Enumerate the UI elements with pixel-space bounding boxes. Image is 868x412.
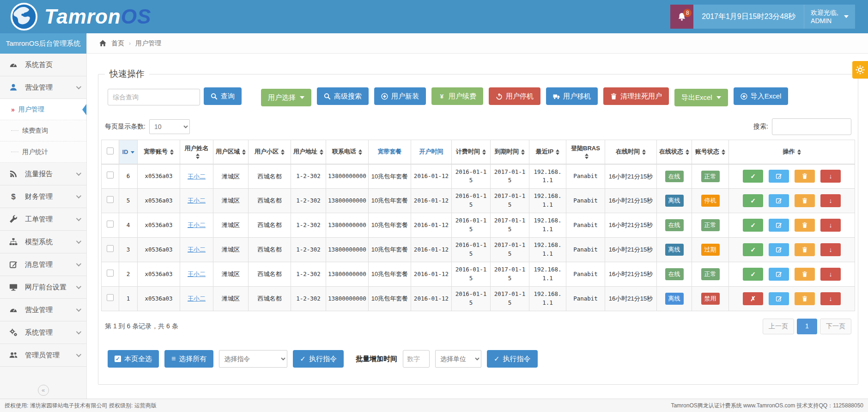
row-checkbox[interactable] xyxy=(107,245,114,252)
column-header-4[interactable]: 用户小区 xyxy=(249,140,291,164)
row-checkbox[interactable] xyxy=(107,270,114,277)
select-all-button[interactable]: ≡ 选择所有 xyxy=(164,350,213,368)
delete-button[interactable] xyxy=(795,170,815,183)
user-name-link[interactable]: 王小二 xyxy=(188,246,206,253)
delete-button[interactable] xyxy=(795,292,815,305)
sidebar-item-3[interactable]: $财务管理 xyxy=(0,185,86,208)
quickop-button-5[interactable]: 用户停机 xyxy=(489,87,540,105)
user-name-link[interactable]: 王小二 xyxy=(188,295,206,302)
sidebar-item-4[interactable]: 工单管理 xyxy=(0,208,86,231)
quickop-button-9[interactable]: 导入Excel xyxy=(734,87,789,105)
app-logo[interactable]: TamronOS xyxy=(10,2,151,31)
sidebar-subitem-1-2[interactable]: 用户统计 xyxy=(0,141,86,163)
column-header-7[interactable]: 宽带套餐 xyxy=(369,140,411,164)
delete-button[interactable] xyxy=(795,219,815,232)
unit-select[interactable]: 选择单位 xyxy=(435,350,481,368)
edit-button[interactable] xyxy=(769,170,789,183)
column-header-9[interactable]: 计费时间 xyxy=(452,140,491,164)
row-checkbox[interactable] xyxy=(107,196,114,203)
column-header-13[interactable]: 在线时间 xyxy=(605,140,657,164)
edit-button[interactable] xyxy=(769,243,789,256)
edit-button[interactable] xyxy=(769,219,789,232)
edit-button[interactable] xyxy=(769,292,789,305)
sidebar-item-7[interactable]: 网厅前台设置 xyxy=(0,276,86,299)
sidebar-item-2[interactable]: 流量报告 xyxy=(0,163,86,185)
row-checkbox[interactable] xyxy=(107,294,114,301)
breadcrumb-home[interactable]: 首页 xyxy=(111,39,124,48)
enable-button[interactable]: ✓ xyxy=(743,170,763,183)
quickop-button-7[interactable]: 清理挂死用户 xyxy=(603,87,669,105)
notifications-button[interactable]: 8 xyxy=(670,5,693,29)
sidebar-item-5[interactable]: 模型系统 xyxy=(0,231,86,253)
column-header-0[interactable]: ID xyxy=(119,140,138,164)
sidebar-subitem-1-0[interactable]: »用户管理 xyxy=(0,99,86,120)
delete-button[interactable] xyxy=(795,268,815,281)
disable-button[interactable]: ✗ xyxy=(743,292,763,305)
quickop-button-1[interactable]: 用户选择 xyxy=(261,89,311,106)
column-header-5[interactable]: 用户地址 xyxy=(291,140,326,164)
column-header-3[interactable]: 用户区域 xyxy=(213,140,249,164)
quickop-button-0[interactable]: 查询 xyxy=(204,87,242,105)
enable-button[interactable]: ✓ xyxy=(743,268,763,281)
row-checkbox[interactable] xyxy=(107,221,114,228)
column-header-12[interactable]: 登陆BRAS xyxy=(566,140,605,164)
table-search-input[interactable] xyxy=(772,118,851,135)
sidebar-collapse-button[interactable]: « xyxy=(38,385,49,396)
column-header-10[interactable]: 到期时间 xyxy=(491,140,529,164)
settings-fab-button[interactable] xyxy=(852,61,868,79)
batch-number-input[interactable] xyxy=(403,350,430,368)
user-name-link[interactable]: 王小二 xyxy=(188,197,206,204)
sidebar-item-8[interactable]: 营业管理 xyxy=(0,299,86,321)
column-header-6[interactable]: 联系电话 xyxy=(326,140,369,164)
user-name-link[interactable]: 王小二 xyxy=(188,271,206,277)
edit-button[interactable] xyxy=(769,268,789,281)
table-row: 2x0536a03王小二潍城区西城名都1-2-3021380000000010兆… xyxy=(102,262,855,287)
column-header-1[interactable]: 宽带账号 xyxy=(138,140,180,164)
select-page-button[interactable]: ✓ 本页全选 xyxy=(108,350,159,368)
column-header-8[interactable]: 开户时间 xyxy=(411,140,452,164)
enable-button[interactable]: ✓ xyxy=(743,194,763,207)
delete-button[interactable] xyxy=(795,194,815,207)
quickop-button-4[interactable]: ¥用户续费 xyxy=(431,87,483,105)
download-button[interactable]: ↓ xyxy=(820,170,841,183)
per-page-select[interactable]: 10 xyxy=(149,119,190,134)
quickop-button-6[interactable]: 用户移机 xyxy=(546,87,598,105)
sidebar-item-1[interactable]: 营业管理 xyxy=(0,76,86,99)
column-header-16[interactable]: 操作 xyxy=(729,140,855,164)
sidebar-item-10[interactable]: 管理员管理 xyxy=(0,344,86,367)
quickop-button-3[interactable]: 用户新装 xyxy=(374,87,426,105)
quickop-button-2[interactable]: 高级搜索 xyxy=(317,87,369,105)
quickop-button-8[interactable]: 导出Excel xyxy=(674,89,728,106)
column-header-15[interactable]: 账号状态 xyxy=(692,140,729,164)
enable-button[interactable]: ✓ xyxy=(743,219,763,232)
column-header-14[interactable]: 在线状态 xyxy=(657,140,692,164)
column-header-11[interactable]: 最近IP xyxy=(529,140,566,164)
user-name-link[interactable]: 王小二 xyxy=(188,221,206,228)
user-menu[interactable]: 欢迎光临, ADMIN xyxy=(804,5,855,29)
sidebar-item-0[interactable]: 系统首页 xyxy=(0,54,86,76)
sidebar-subitem-1-1[interactable]: 续费查询 xyxy=(0,120,86,141)
cell-ip: 192.168.1.1 xyxy=(529,189,566,213)
select-all-checkbox[interactable] xyxy=(107,148,114,154)
delete-button[interactable] xyxy=(795,243,815,256)
row-checkbox[interactable] xyxy=(107,172,114,178)
sidebar-item-6[interactable]: 消息管理 xyxy=(0,253,86,276)
prev-page-button[interactable]: 上一页 xyxy=(763,319,794,334)
execute-command-button[interactable]: ✓ 执行指令 xyxy=(293,350,344,368)
enable-button[interactable]: ✓ xyxy=(743,243,763,256)
download-button[interactable]: ↓ xyxy=(820,292,841,305)
download-button[interactable]: ↓ xyxy=(820,268,841,281)
sidebar-item-9[interactable]: 系统管理 xyxy=(0,321,86,344)
command-select[interactable]: 选择指令 xyxy=(219,350,287,368)
download-button[interactable]: ↓ xyxy=(820,194,841,207)
execute-batch-time-button[interactable]: ✓ 执行指令 xyxy=(487,350,538,368)
edit-button[interactable] xyxy=(769,194,789,207)
next-page-button[interactable]: 下一页 xyxy=(820,319,851,334)
page-1-button[interactable]: 1 xyxy=(797,319,817,334)
download-button[interactable]: ↓ xyxy=(820,219,841,232)
download-button[interactable]: ↓ xyxy=(820,243,841,256)
column-header-2[interactable]: 用户姓名 xyxy=(180,140,213,164)
search-input[interactable] xyxy=(108,89,200,105)
notification-count-badge: 8 xyxy=(683,9,692,17)
user-name-link[interactable]: 王小二 xyxy=(188,173,206,180)
